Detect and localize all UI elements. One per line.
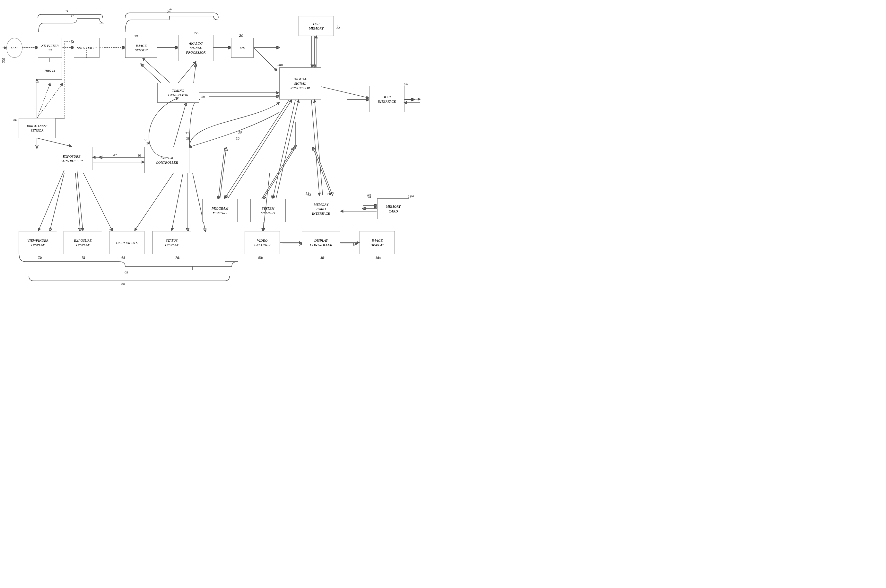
ref-74-label: 74 [121, 255, 125, 260]
lens-box: LENS [6, 38, 22, 58]
exposure-display-label: EXPOSUREDISPLAY [74, 238, 92, 248]
ref-11-label: 11 [70, 14, 74, 18]
status-display-label: STATUSDISPLAY [165, 238, 178, 248]
svg-line-22 [263, 148, 295, 199]
ref-72-label: 72 [81, 255, 85, 260]
svg-line-57 [37, 84, 63, 118]
ref-60-label: 60 [330, 191, 334, 195]
lens-label: LENS [10, 46, 18, 50]
ref-40-label: 40 [113, 153, 117, 157]
system-controller-box: SYSTEMCONTROLLER [144, 147, 189, 173]
ref-38-label: 38 [185, 131, 189, 135]
image-display-box: IMAGEDISPLAY [360, 231, 395, 254]
ad-box: A/D [231, 38, 253, 58]
ref-20-label: 20 [134, 34, 138, 38]
svg-line-24 [218, 148, 225, 199]
svg-line-63 [172, 173, 183, 231]
exposure-controller-label: EXPOSURECONTROLLER [60, 154, 82, 164]
program-memory-box: PROGRAMMEMORY [202, 199, 238, 222]
svg-line-66 [225, 100, 289, 198]
ref-26-label: 26 [202, 94, 205, 99]
user-inputs-label: USER INPUTS [116, 240, 138, 245]
viewfinder-display-label: VIEWFINDERDISPLAY [27, 238, 48, 248]
system-memory-label: SYSTEMMEMORY [261, 206, 276, 215]
ref-16-label: 16 [13, 118, 16, 122]
svg-line-23 [262, 148, 294, 199]
svg-line-59 [37, 138, 71, 146]
dsp-label: DIGITALSIGNALPROCESSOR [290, 77, 310, 90]
ref-50-label: 50 [144, 138, 147, 142]
host-interface-box: HOSTINTERFACE [369, 86, 405, 112]
ref-38: 38 [186, 136, 190, 140]
ref-88-label: 88 [376, 255, 379, 260]
memory-card-box: MEMORYCARD [377, 198, 409, 219]
timing-gen-box: TIMINGGENERATOR [157, 83, 199, 103]
asp-box: ANALOGSIGNALPROCESSOR [178, 34, 213, 61]
iris-label: IRIS 14 [45, 68, 55, 73]
display-controller-label: DISPLAYCONTROLLER [310, 238, 332, 248]
host-interface-label: HOSTINTERFACE [378, 94, 396, 104]
diagram: LENS 10 ND FILTER 13 IRIS 14 SHUTTER 18 … [0, 0, 443, 294]
image-sensor-box: IMAGESENSOR [125, 38, 157, 58]
dsp-box: DIGITALSIGNALPROCESSOR [279, 68, 321, 99]
exposure-controller-box: EXPOSURECONTROLLER [51, 147, 93, 170]
nd-filter-label: ND FILTER 13 [39, 44, 60, 52]
ref-28-label: 28 [167, 10, 171, 14]
ref-62-label: 62 [367, 193, 371, 197]
svg-line-32 [84, 173, 112, 231]
brightness-sensor-box: BRIGHTNESSSENSOR [19, 118, 55, 138]
svg-line-69 [276, 100, 298, 198]
ref-70-label: 70 [38, 255, 41, 260]
ref-24-label: 24 [239, 33, 243, 37]
ref-76-label: 76 [175, 255, 179, 260]
ref-11: 11 [65, 9, 68, 13]
dsp-memory-label: DSPMEMORY [309, 21, 324, 31]
ref-10-label: 10 [1, 57, 5, 61]
ref-56-label: 56 [271, 195, 274, 198]
ref-36-label: 36 [238, 130, 242, 134]
system-memory-box: SYSTEMMEMORY [250, 199, 286, 222]
svg-line-30 [50, 173, 64, 231]
svg-line-67 [228, 100, 291, 198]
svg-line-48 [253, 48, 277, 70]
video-encoder-label: VIDEOENCODER [254, 238, 271, 248]
ref-22-label: 22 [194, 31, 198, 35]
svg-line-62 [135, 173, 173, 231]
svg-line-64 [39, 170, 64, 231]
memory-card-label: MEMORYCARD [386, 204, 400, 213]
ref-32-label: 32 [336, 24, 339, 28]
iris-box: IRIS 14 [38, 62, 62, 80]
display-controller-box: DISPLAYCONTROLLER [302, 231, 340, 254]
svg-line-55 [178, 62, 196, 83]
svg-line-68 [273, 100, 295, 198]
ref-82-label: 82 [320, 255, 324, 260]
shutter-label: SHUTTER 18 [77, 46, 97, 50]
ref-57-label: 57 [404, 82, 407, 86]
memory-card-interface-box: MEMORYCARDINTERFACE [302, 196, 340, 222]
ref-40: 40 [137, 153, 141, 157]
image-display-label: IMAGEDISPLAY [370, 238, 384, 248]
shutter-box: SHUTTER 18 [74, 38, 99, 58]
svg-line-58 [37, 84, 50, 118]
svg-line-29 [313, 148, 332, 199]
ad-label: A/D [240, 46, 245, 50]
memory-card-interface-label: MEMORYCARDINTERFACE [312, 202, 330, 216]
program-memory-label: PROGRAMMEMORY [211, 206, 228, 215]
nd-filter-box: ND FILTER 13 [38, 38, 62, 58]
svg-line-54 [143, 58, 170, 83]
ref-64-label: 64 [410, 194, 414, 198]
asp-label: ANALOGSIGNALPROCESSOR [186, 41, 205, 55]
svg-line-51 [321, 87, 369, 98]
svg-line-71 [315, 100, 322, 195]
user-inputs-box: USER INPUTS [109, 231, 144, 254]
image-sensor-label: IMAGESENSOR [135, 44, 148, 52]
svg-line-31 [75, 173, 80, 231]
ref-80-label: 80 [258, 255, 262, 260]
ref-52-label: 52 [306, 191, 309, 195]
ref-36: 36 [236, 136, 240, 140]
dsp-memory-box: DSPMEMORY [298, 16, 334, 36]
ref-68: 68 [121, 282, 125, 286]
status-display-box: STATUSDISPLAY [153, 231, 191, 254]
system-controller-label: SYSTEMCONTROLLER [156, 156, 178, 165]
svg-line-15 [173, 103, 186, 148]
